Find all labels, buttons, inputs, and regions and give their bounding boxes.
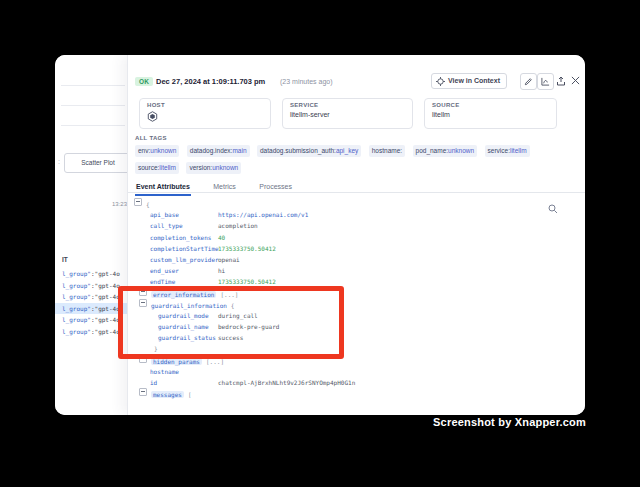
- highlight-box: [118, 286, 344, 359]
- watermark: Screenshot by Xnapper.com: [433, 416, 586, 428]
- host-hexagon-icon: [147, 111, 263, 122]
- time-axis-tick: 13:23: [112, 201, 127, 207]
- tab-processes[interactable]: Processes: [258, 180, 293, 194]
- close-icon: [571, 76, 580, 85]
- list-item[interactable]: l_group":"gpt-4o: [55, 291, 127, 303]
- list-item[interactable]: l_group":"gpt-4o: [55, 280, 127, 292]
- attribute-row: api_basehttps://api.openai.com/v1: [128, 209, 585, 220]
- tags-list: env:unknown datadog.index:main datadog.s…: [135, 143, 580, 177]
- tab-bar: Event Attributes Metrics Processes: [128, 175, 585, 193]
- share-up-icon: [556, 76, 566, 86]
- list-item[interactable]: l_group":"gpt-4o: [55, 314, 127, 326]
- scatter-plot-button[interactable]: Scatter Plot: [64, 153, 132, 173]
- json-root-row: {: [128, 198, 585, 209]
- tag[interactable]: version:unknown: [186, 162, 241, 174]
- info-cards: HOST SERVICE litellm-server SOURCE litel…: [139, 98, 557, 129]
- event-timestamp: Dec 27, 2024 at 1:09:11.703 pm: [156, 77, 265, 86]
- collapse-icon[interactable]: [134, 198, 142, 206]
- attribute-row: completion_tokens40: [128, 232, 585, 243]
- tab-event-attributes[interactable]: Event Attributes: [135, 180, 191, 196]
- related-metrics-button[interactable]: [537, 73, 554, 90]
- attribute-row-object[interactable]: messages[: [128, 388, 585, 399]
- graph-icon: [541, 77, 550, 86]
- tag[interactable]: pod_name:unknown: [413, 145, 478, 157]
- attribute-row: call_typeacompletion: [128, 220, 585, 231]
- attribute-row: custom_llm_provideropenai: [128, 254, 585, 265]
- attribute-row: completionStartTime1735333750.50412: [128, 243, 585, 254]
- app-window: : Scatter Plot 13:23 IT l_group":"gpt-4o…: [55, 55, 585, 415]
- attribute-row: end_userhi: [128, 265, 585, 276]
- api-base-link[interactable]: https://api.openai.com/v1: [218, 209, 308, 220]
- tag[interactable]: datadog.submission_auth:api_key: [257, 145, 361, 157]
- attribute-row: hostname: [128, 366, 585, 377]
- view-in-context-label: View in Context: [448, 73, 500, 89]
- tag[interactable]: hostname:: [369, 145, 405, 157]
- background-app-pane: : Scatter Plot 13:23 IT l_group":"gpt-4o…: [55, 55, 127, 415]
- list-item-selected[interactable]: l_group":"gpt-4o: [55, 303, 127, 315]
- panel-header: OK Dec 27, 2024 at 1:09:11.703 pm (23 mi…: [128, 55, 585, 95]
- list-item[interactable]: l_group":"gpt-4o: [55, 268, 127, 280]
- close-button[interactable]: [569, 74, 582, 87]
- divider: [61, 125, 125, 126]
- list-item[interactable]: l_group":"gpt-4o: [55, 326, 127, 338]
- relative-time: (23 minutes ago): [280, 78, 333, 85]
- status-badge: OK: [135, 77, 153, 86]
- tag[interactable]: source:litellm: [135, 162, 179, 174]
- edit-button[interactable]: [520, 73, 537, 90]
- crosshair-icon: [436, 77, 445, 86]
- all-tags-label: ALL TAGS: [135, 135, 167, 141]
- cutoff-text-fragment: :: [58, 158, 60, 165]
- service-card[interactable]: SERVICE litellm-server: [282, 98, 413, 129]
- export-button[interactable]: [554, 74, 567, 87]
- column-header-fragment: IT: [62, 256, 68, 263]
- tag[interactable]: env:unknown: [135, 145, 179, 157]
- pencil-icon: [524, 77, 533, 86]
- view-in-context-button[interactable]: View in Context: [431, 73, 507, 89]
- result-list: l_group":"gpt-4o l_group":"gpt-4o l_grou…: [55, 268, 127, 337]
- divider: [61, 105, 125, 106]
- tag[interactable]: service:litellm: [485, 145, 530, 157]
- tab-metrics[interactable]: Metrics: [212, 180, 237, 194]
- collapse-icon[interactable]: [139, 388, 147, 396]
- host-card[interactable]: HOST: [139, 98, 271, 129]
- event-detail-panel: OK Dec 27, 2024 at 1:09:11.703 pm (23 mi…: [127, 55, 585, 415]
- source-card[interactable]: SOURCE litellm: [424, 98, 557, 129]
- divider: [61, 85, 125, 86]
- attribute-row: idchatcmpl-AjBrxhNLht9v2J6rSNYOmp4pH0G1n: [128, 377, 585, 388]
- tag[interactable]: datadog.index:main: [187, 145, 250, 157]
